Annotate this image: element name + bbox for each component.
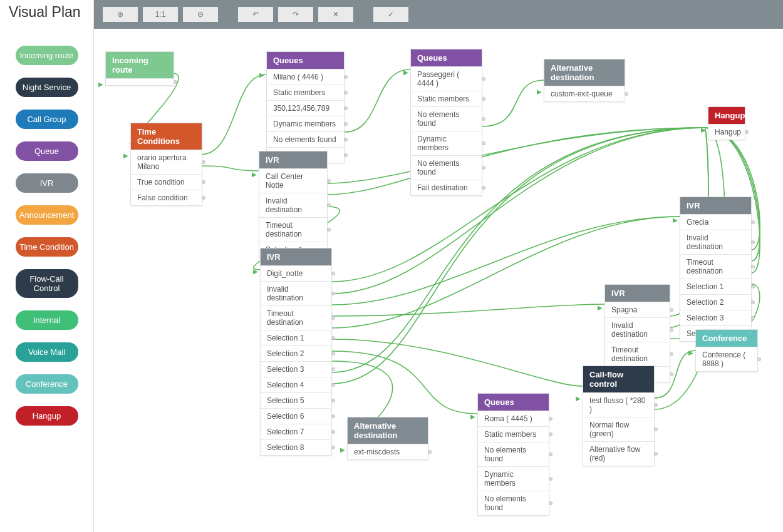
palette-hangup[interactable]: Hangup (16, 406, 78, 426)
node-row[interactable]: Static members (411, 91, 482, 106)
node-alt_dest_1[interactable]: Alternative destinationcustom-exit-queue (544, 59, 625, 102)
sidebar: Visual Plan Incoming routeNight ServiceC… (0, 0, 94, 532)
node-row[interactable]: ext-miscdests (348, 444, 428, 459)
node-alt_dest_2[interactable]: Alternative destinationext-miscdests (347, 417, 428, 460)
node-row[interactable]: custom-exit-queue (544, 86, 625, 101)
node-row[interactable]: test flusso ( *280 ) (583, 392, 654, 417)
node-row[interactable]: 350,123,456,789 (267, 100, 344, 116)
zoom-out-button[interactable]: ⊖ (183, 7, 218, 22)
palette-flow-call-control[interactable]: Flow-Call Control (16, 269, 78, 298)
node-hangup[interactable]: HangupHangup (708, 106, 745, 140)
node-row[interactable]: True condition (131, 174, 202, 190)
node-row[interactable]: Invalid destination (680, 230, 751, 254)
node-row[interactable]: Selection 2 (680, 294, 751, 310)
node-row[interactable]: Digit_notte (261, 265, 331, 281)
toolbar: ⊕ 1:1 ⊖ ↶ ↷ ✕ ✓ (94, 0, 783, 29)
node-header: IVR (259, 151, 327, 168)
node-header: Call-flow control (583, 366, 654, 392)
palette-announcement[interactable]: Announcement (16, 205, 78, 225)
palette-call-group[interactable]: Call Group (16, 110, 78, 129)
node-row[interactable]: No elements found (411, 155, 482, 180)
node-callflow[interactable]: Call-flow controltest flusso ( *280 )Nor… (583, 366, 655, 466)
delete-button[interactable]: ✕ (318, 7, 353, 22)
node-ivr_digit[interactable]: IVRDigit_notteInvalid destinationTimeout… (260, 248, 332, 456)
node-header: Incoming route (106, 52, 174, 78)
node-row[interactable]: Timeout destination (259, 217, 327, 242)
palette-queue[interactable]: Queue (16, 141, 78, 161)
node-row[interactable]: Roma ( 4445 ) (478, 411, 549, 426)
node-row[interactable]: Grecia (680, 214, 751, 230)
node-row[interactable]: orario apertura Milano (131, 150, 202, 174)
node-row[interactable]: Selection 4 (261, 377, 331, 392)
node-row[interactable]: Dynamic members (411, 131, 482, 155)
confirm-button[interactable]: ✓ (373, 7, 408, 22)
node-row[interactable]: Selection 6 (261, 408, 331, 424)
palette-conference[interactable]: Conference (16, 374, 78, 394)
palette-internal[interactable]: Internal (16, 310, 78, 330)
node-header: Alternative destination (544, 59, 625, 86)
node-row[interactable]: Invalid destination (261, 281, 331, 305)
node-row[interactable]: Dynamic members (267, 116, 344, 131)
node-row[interactable]: Selection 5 (261, 392, 331, 408)
redo-button[interactable]: ↷ (278, 7, 313, 22)
node-row[interactable]: Selection 2 (261, 345, 331, 361)
node-header: IVR (261, 248, 331, 265)
node-header: Conference (696, 330, 757, 347)
node-header: Hangup (708, 107, 745, 124)
node-row[interactable]: No elements found (478, 442, 549, 466)
node-ivr_notte[interactable]: IVRCall Center NotteInvalid destinationT… (259, 151, 328, 258)
node-row[interactable]: Selection 1 (680, 279, 751, 294)
node-row[interactable] (106, 78, 174, 85)
node-queues_roma[interactable]: QueuesRoma ( 4445 )Static membersNo elem… (477, 393, 549, 516)
node-row[interactable]: Dynamic members (478, 466, 549, 491)
node-row[interactable]: Spagna (605, 302, 670, 317)
node-header: IVR (680, 197, 751, 214)
node-ivr_grecia[interactable]: IVRGreciaInvalid destinationTimeout dest… (680, 197, 752, 342)
node-row[interactable]: Call Center Notte (259, 168, 327, 193)
node-row[interactable]: Selection 8 (261, 439, 331, 455)
node-header: Queues (478, 394, 549, 411)
node-row[interactable]: Selection 1 (261, 330, 331, 345)
node-row[interactable]: Milano ( 4446 ) (267, 69, 344, 84)
node-header: Alternative destination (348, 417, 428, 444)
node-row[interactable]: Invalid destination (259, 193, 327, 217)
node-header: Queues (411, 49, 482, 66)
node-row[interactable]: Invalid destination (605, 317, 670, 342)
zoom-in-button[interactable]: ⊕ (103, 7, 138, 22)
node-row[interactable]: Selection 7 (261, 424, 331, 439)
node-incoming[interactable]: Incoming route (105, 51, 174, 86)
undo-button[interactable]: ↶ (238, 7, 273, 22)
node-header: Queues (267, 52, 344, 69)
node-row[interactable]: Static members (478, 426, 549, 442)
node-queues_pass[interactable]: QueuesPasseggeri ( 4444 )Static membersN… (410, 49, 482, 196)
node-row[interactable]: Normal flow (green) (583, 417, 654, 441)
node-row[interactable]: Fail destination (411, 180, 482, 195)
node-row[interactable]: Hangup (708, 124, 745, 140)
node-time_cond[interactable]: Time Conditionsorario apertura MilanoTru… (130, 123, 202, 206)
node-conference[interactable]: ConferenceConference ( 8888 ) (695, 329, 758, 372)
node-row[interactable]: Timeout destination (605, 342, 670, 366)
palette-night-service[interactable]: Night Service (16, 78, 78, 97)
palette-ivr[interactable]: IVR (16, 173, 78, 193)
node-row[interactable]: Alternative flow (red) (583, 441, 654, 466)
palette-voice-mail[interactable]: Voice Mail (16, 342, 78, 362)
node-row[interactable]: Timeout destination (261, 305, 331, 330)
node-row[interactable]: Static members (267, 84, 344, 100)
node-header: Time Conditions (131, 123, 202, 150)
node-row[interactable]: No elements found (478, 491, 549, 515)
palette-time-condition[interactable]: Time Condition (16, 237, 78, 257)
app-title: Visual Plan (9, 4, 85, 21)
node-row[interactable]: Selection 3 (261, 361, 331, 377)
node-row[interactable]: Selection 3 (680, 310, 751, 325)
node-queues_milano[interactable]: QueuesMilano ( 4446 )Static members350,1… (266, 51, 345, 163)
node-row[interactable]: No elements found (411, 106, 482, 131)
palette-incoming-route[interactable]: Incoming route (16, 46, 78, 65)
canvas[interactable]: Incoming route Time Conditionsorario ape… (94, 29, 783, 532)
node-row[interactable]: Passeggeri ( 4444 ) (411, 66, 482, 91)
node-row[interactable]: False condition (131, 190, 202, 205)
zoom-actual-button[interactable]: 1:1 (143, 7, 178, 22)
node-row[interactable]: Timeout destination (680, 254, 751, 279)
node-header: IVR (605, 285, 670, 302)
node-row[interactable]: Conference ( 8888 ) (696, 347, 757, 371)
node-row[interactable]: No elements found (267, 131, 344, 147)
